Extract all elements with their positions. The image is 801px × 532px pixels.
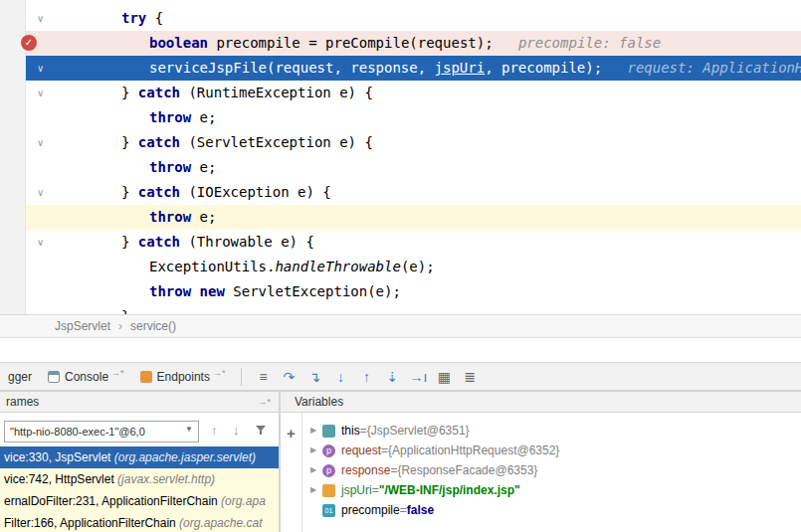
- code-line[interactable]: ∨try {: [0, 6, 801, 31]
- stack-frame-row[interactable]: ernalDoFilter:231, ApplicationFilterChai…: [0, 490, 279, 512]
- code-token: precompile = preCompile(request);: [208, 35, 501, 51]
- tab-console[interactable]: Console →*: [40, 363, 132, 390]
- step-over-icon[interactable]: ↴: [301, 369, 327, 385]
- expand-icon[interactable]: ▶: [306, 441, 320, 460]
- frame-up-icon[interactable]: ↑: [211, 423, 218, 438]
- code-line[interactable]: ExceptionUtils.handleThrowable(e);: [0, 255, 801, 279]
- code-line[interactable]: throw e;: [0, 155, 801, 180]
- fold-marker-icon[interactable]: ∨: [37, 230, 44, 255]
- toolbar-separator: [241, 368, 242, 386]
- show-execution-point-icon[interactable]: ↷: [276, 369, 301, 385]
- variables-panel-header: Variables: [281, 391, 801, 413]
- breadcrumb-separator: ›: [118, 319, 122, 333]
- variable-name: jspUri: [341, 480, 372, 500]
- force-step-into-icon[interactable]: ⇣: [379, 369, 405, 385]
- code-line[interactable]: ∨} catch (ServletException e) {: [0, 130, 801, 155]
- variable-value: {ApplicationHttpRequest@6352}: [388, 441, 559, 460]
- code-token: handleThrowable: [275, 259, 400, 274]
- step-out-icon[interactable]: ↑: [353, 369, 379, 385]
- stack-frame-row[interactable]: vice:742, HttpServlet (javax.servlet.htt…: [0, 468, 279, 490]
- code-text: } catch (Throwable e) {: [0, 230, 801, 255]
- stack-frames-list: vice:330, JspServlet (org.apache.jasper.…: [0, 446, 279, 532]
- variable-value: false: [407, 500, 434, 520]
- tab-endpoints-label: Endpoints: [157, 370, 210, 384]
- code-token: (IOException e) {: [180, 184, 331, 200]
- breadcrumb-item-class[interactable]: JspServlet: [55, 319, 110, 333]
- this-variable-icon: [322, 425, 335, 438]
- code-line[interactable]: ∨} catch (RuntimeException e) {: [0, 81, 801, 105]
- console-icon: [48, 371, 60, 383]
- variable-row[interactable]: ▶jspUri = "/WEB-INF/jsp/index.jsp": [306, 480, 801, 500]
- code-token: }: [121, 234, 138, 250]
- code-token: }: [121, 184, 138, 200]
- code-line[interactable]: ∨} catch (IOException e) {: [0, 180, 801, 205]
- code-token: catch: [138, 134, 180, 150]
- code-token: catch: [138, 85, 180, 100]
- code-token: throw: [149, 159, 191, 175]
- step-into-icon[interactable]: ↓: [327, 369, 353, 385]
- thread-selector-dropdown[interactable]: "http-nio-8080-exec-1"@6,0: [4, 421, 199, 443]
- code-token: serviceJspFile(request, response,: [149, 60, 435, 76]
- fold-marker-icon[interactable]: ∨: [37, 81, 44, 105]
- code-line[interactable]: throw new ServletException(e);: [0, 279, 801, 304]
- frame-location: vice:742, HttpServlet: [4, 472, 117, 486]
- code-line[interactable]: ✓boolean precompile = preCompile(request…: [0, 31, 801, 56]
- add-watch-icon[interactable]: +: [287, 425, 296, 442]
- code-line[interactable]: ∨} catch (Throwable e) {: [0, 230, 801, 255]
- expand-icon[interactable]: ▶: [306, 480, 320, 500]
- chevron-down-icon[interactable]: ▼: [185, 425, 193, 434]
- code-token: request: ApplicationHttpRe: [611, 60, 801, 76]
- code-token: }: [121, 134, 138, 150]
- run-to-cursor-icon[interactable]: →ı: [405, 369, 431, 385]
- editor-bottom-gap: [0, 339, 801, 362]
- stack-frame-row[interactable]: Filter:166, ApplicationFilterChain (org.…: [0, 512, 279, 532]
- frames-panel: rames →* "http-nio-8080-exec-1"@6,0 ▼ ↑ …: [0, 391, 279, 532]
- variable-row[interactable]: ▶prequest = {ApplicationHttpRequest@6352…: [306, 441, 801, 460]
- tab-debugger[interactable]: gger: [0, 363, 40, 390]
- expand-icon[interactable]: ▶: [306, 421, 320, 441]
- code-token: (e);: [401, 259, 435, 274]
- param-variable-icon: p: [322, 444, 335, 457]
- frame-location: ernalDoFilter:231, ApplicationFilterChai…: [4, 494, 221, 508]
- more-options-icon[interactable]: ≣: [457, 369, 483, 385]
- code-line[interactable]: ∨serviceJspFile(request, response, jspUr…: [0, 56, 801, 81]
- variable-row[interactable]: 01precompile = false: [306, 500, 801, 520]
- equals-sign: =: [390, 460, 397, 480]
- code-token: (Throwable e) {: [180, 234, 314, 250]
- fold-marker-icon[interactable]: ∨: [37, 180, 44, 205]
- filter-icon[interactable]: [255, 424, 267, 439]
- equals-sign: =: [360, 421, 367, 441]
- code-line[interactable]: }: [0, 304, 801, 314]
- code-token: (ServletException e) {: [180, 134, 373, 150]
- expand-icon[interactable]: ▶: [306, 460, 320, 480]
- fold-marker-icon[interactable]: ∨: [37, 130, 44, 155]
- code-line[interactable]: throw e;: [0, 205, 801, 230]
- tab-endpoints[interactable]: Endpoints →*: [132, 363, 234, 390]
- code-editor[interactable]: ∨try {✓boolean precompile = preCompile(r…: [0, 0, 801, 314]
- code-token: throw: [149, 209, 191, 225]
- variables-tree: ▶this = {JspServlet@6351}▶prequest = {Ap…: [306, 421, 801, 520]
- code-line[interactable]: throw e;: [0, 105, 801, 130]
- breadcrumb-item-method[interactable]: service(): [130, 319, 176, 333]
- debug-panels: rames →* "http-nio-8080-exec-1"@6,0 ▼ ↑ …: [0, 391, 801, 532]
- code-token: , precompile);: [485, 60, 610, 76]
- variable-row[interactable]: ▶presponse = {ResponseFacade@6353}: [306, 460, 801, 480]
- view-layout-icon[interactable]: ▦: [431, 369, 457, 385]
- ide-debug-window: ∨try {✓boolean precompile = preCompile(r…: [0, 0, 801, 532]
- thread-selector-value: "http-nio-8080-exec-1"@6,0: [10, 426, 145, 438]
- variable-row[interactable]: ▶this = {JspServlet@6351}: [306, 421, 801, 441]
- layout-settings-icon[interactable]: ≡: [250, 369, 276, 385]
- code-token: (RuntimeException e) {: [180, 85, 373, 100]
- breakpoint-icon[interactable]: ✓: [21, 35, 37, 51]
- code-text: ExceptionUtils.handleThrowable(e);: [0, 255, 801, 279]
- code-text: } catch (ServletException e) {: [0, 130, 801, 155]
- fold-marker-icon[interactable]: ∨: [37, 56, 44, 81]
- variable-name: precompile: [341, 500, 400, 520]
- stack-frame-row[interactable]: vice:330, JspServlet (org.apache.jasper.…: [0, 446, 279, 468]
- frames-title: rames: [6, 395, 39, 409]
- code-token: }: [121, 85, 138, 100]
- frame-down-icon[interactable]: ↓: [233, 423, 240, 438]
- variable-value: "/WEB-INF/jsp/index.jsp": [379, 480, 520, 500]
- code-text: boolean precompile = preCompile(request)…: [0, 31, 801, 56]
- fold-marker-icon[interactable]: ∨: [37, 6, 44, 31]
